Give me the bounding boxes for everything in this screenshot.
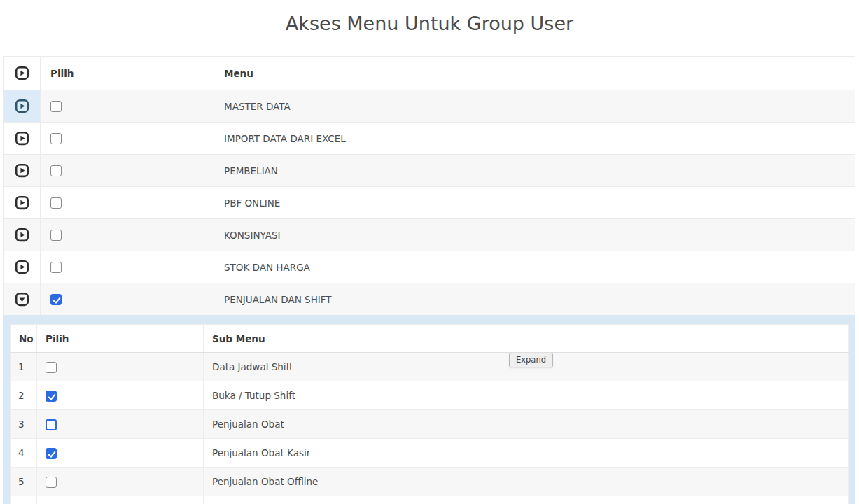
pilih-cell (37, 468, 204, 496)
menu-label: PEMBELIAN (214, 155, 855, 187)
column-header-pilih: Pilih (41, 57, 214, 90)
submenu-checkbox[interactable] (46, 362, 57, 373)
menu-checkbox[interactable] (50, 262, 62, 273)
column-header-no: No (11, 325, 37, 353)
menu-label: MASTER DATA (214, 90, 855, 122)
submenu-table: No Pilih Sub Menu 1Data Jadwal Shift2Buk… (10, 324, 849, 504)
menu-row: KONSINYASI (4, 219, 855, 251)
pilih-cell (37, 353, 204, 382)
empty-cell (204, 496, 849, 504)
menu-row: MASTER DATA (4, 90, 855, 122)
menu-row: PENJUALAN DAN SHIFT (4, 284, 855, 316)
submenu-checkbox[interactable] (46, 477, 57, 488)
pilih-cell (41, 251, 214, 284)
empty-cell (11, 496, 37, 504)
pilih-cell (37, 410, 204, 439)
menu-access-table: Pilih Menu MASTER DATAIMPORT DATA DARI E… (3, 56, 855, 316)
submenu-checkbox[interactable] (46, 448, 57, 459)
pilih-cell (37, 439, 204, 468)
menu-table-header-row: Pilih Menu (4, 57, 855, 90)
pilih-cell (37, 382, 204, 410)
submenu-row-partial (11, 496, 849, 504)
submenu-checkbox[interactable] (46, 419, 57, 430)
row-number: 4 (11, 439, 37, 468)
expand-row-icon[interactable] (4, 90, 41, 122)
menu-row: STOK DAN HARGA (4, 251, 855, 284)
submenu-row: 5Penjualan Obat Offline (11, 468, 849, 496)
menu-checkbox[interactable] (50, 197, 62, 209)
column-header-sub-pilih: Pilih (37, 325, 204, 353)
expand-tooltip: Expand (509, 353, 553, 368)
menu-checkbox[interactable] (50, 133, 62, 144)
menu-label: PENJUALAN DAN SHIFT (214, 284, 855, 316)
menu-checkbox[interactable] (50, 101, 62, 112)
submenu-row: 1Data Jadwal Shift (11, 353, 849, 382)
expand-row-icon[interactable] (4, 155, 41, 187)
row-number: 2 (11, 382, 37, 410)
menu-checkbox[interactable] (50, 230, 62, 241)
submenu-label: Penjualan Obat Offline (204, 468, 849, 496)
menu-label: PBF ONLINE (214, 187, 855, 219)
menu-row: IMPORT DATA DARI EXCEL (4, 122, 855, 155)
column-header-menu: Menu (214, 57, 855, 90)
pilih-cell (41, 122, 214, 155)
expand-row-icon[interactable] (4, 219, 41, 251)
row-number: 5 (11, 468, 37, 496)
submenu-label: Penjualan Obat (204, 410, 849, 439)
row-number: 3 (11, 410, 37, 439)
submenu-checkbox[interactable] (46, 391, 57, 402)
collapse-row-icon[interactable] (4, 284, 41, 316)
page-title: Akses Menu Untuk Group User (0, 12, 859, 36)
expand-all-icon[interactable] (4, 57, 41, 90)
menu-label: KONSINYASI (214, 219, 855, 251)
menu-label: STOK DAN HARGA (214, 251, 855, 284)
pilih-cell (41, 155, 214, 187)
column-header-sub-menu: Sub Menu (204, 325, 849, 353)
submenu-label: Penjualan Obat Kasir (204, 439, 849, 468)
menu-checkbox[interactable] (50, 165, 62, 176)
submenu-label: Buka / Tutup Shift (204, 382, 849, 410)
submenu-panel: No Pilih Sub Menu 1Data Jadwal Shift2Buk… (3, 315, 855, 504)
menu-row: PBF ONLINE (4, 187, 855, 219)
pilih-cell (41, 219, 214, 251)
submenu-row: 2Buka / Tutup Shift (11, 382, 849, 410)
submenu-table-header-row: No Pilih Sub Menu (11, 325, 849, 353)
pilih-cell (41, 284, 214, 316)
menu-label: IMPORT DATA DARI EXCEL (214, 122, 855, 155)
expand-row-icon[interactable] (4, 122, 41, 155)
menu-checkbox[interactable] (50, 294, 62, 305)
row-number: 1 (11, 353, 37, 382)
submenu-row: 3Penjualan Obat (11, 410, 849, 439)
menu-row: PEMBELIAN (4, 155, 855, 187)
pilih-cell (41, 187, 214, 219)
empty-cell (37, 496, 204, 504)
pilih-cell (41, 90, 214, 122)
expand-row-icon[interactable] (4, 251, 41, 284)
submenu-row: 4Penjualan Obat Kasir (11, 439, 849, 468)
expand-row-icon[interactable] (4, 187, 41, 219)
